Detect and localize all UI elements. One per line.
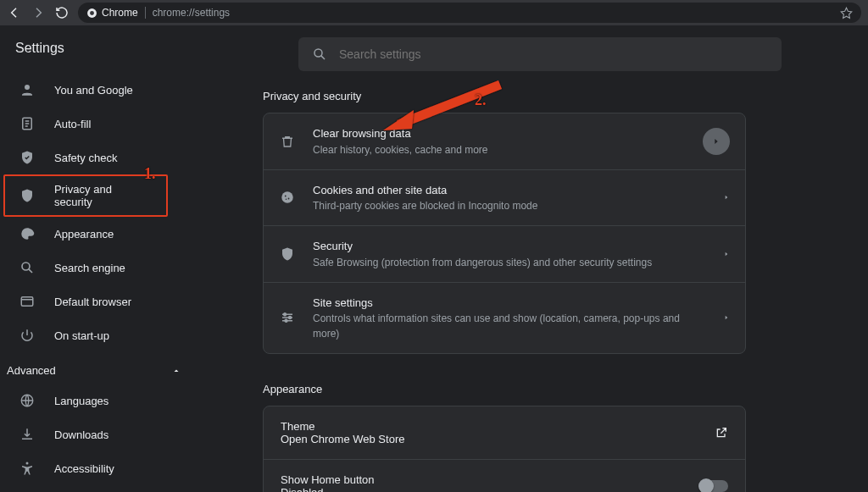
search-input[interactable] — [339, 47, 768, 61]
sidebar-item-system[interactable]: System — [0, 485, 168, 492]
globe-icon — [19, 392, 36, 409]
svg-point-4 — [22, 263, 30, 270]
section-title-appearance: Appearance — [263, 379, 817, 406]
svg-point-8 — [314, 49, 322, 57]
sidebar-item-languages[interactable]: Languages — [0, 384, 168, 417]
svg-point-2 — [25, 85, 30, 90]
browser-icon — [19, 293, 36, 310]
external-link-icon — [715, 426, 728, 439]
privacy-card: Clear browsing data Clear history, cooki… — [263, 113, 746, 354]
row-title: Theme — [281, 420, 715, 433]
sidebar-item-label: Privacy and security — [54, 183, 153, 208]
autofill-icon — [19, 115, 36, 132]
chevron-up-icon — [171, 366, 181, 376]
row-clear-browsing-data[interactable]: Clear browsing data Clear history, cooki… — [264, 113, 745, 169]
sidebar-item-search-engine[interactable]: Search engine — [0, 251, 168, 285]
section-title-privacy: Privacy and security — [263, 86, 817, 113]
row-sub: Open Chrome Web Store — [281, 433, 715, 445]
chevron-right-icon — [723, 312, 730, 323]
row-security[interactable]: Security Safe Browsing (protection from … — [264, 225, 745, 282]
bookmark-star-icon[interactable] — [840, 7, 853, 19]
row-title: Cookies and other site data — [313, 182, 706, 199]
svg-point-11 — [288, 198, 290, 200]
sidebar-item-autofill[interactable]: Auto-fill — [0, 107, 168, 141]
row-home-button[interactable]: Show Home button Disabled — [264, 459, 745, 492]
power-icon — [19, 327, 36, 344]
settings-main: Privacy and security Clear browsing data… — [202, 25, 868, 492]
row-title: Site settings — [313, 295, 706, 312]
svg-point-10 — [285, 196, 287, 197]
sidebar-item-label: Safety check — [54, 152, 117, 164]
reload-button[interactable] — [54, 5, 70, 20]
svg-point-14 — [289, 317, 292, 319]
browser-nav-bar: Chrome chrome://settings — [0, 0, 868, 25]
chevron-right-icon — [703, 128, 730, 155]
sidebar-item-label: Languages — [54, 395, 108, 407]
url-text: chrome://settings — [153, 7, 230, 19]
sidebar-item-label: Downloads — [54, 428, 108, 441]
row-sub: Safe Browsing (protection from dangerous… — [313, 255, 706, 270]
row-theme[interactable]: Theme Open Chrome Web Store — [264, 406, 745, 459]
shield-icon — [279, 246, 296, 263]
svg-point-9 — [281, 192, 293, 204]
sidebar-item-label: Search engine — [54, 262, 125, 274]
shield-icon — [19, 187, 36, 204]
sidebar-item-accessibility[interactable]: Accessibility — [0, 451, 168, 485]
svg-point-15 — [285, 320, 287, 323]
person-icon — [19, 81, 36, 98]
sidebar-item-label: Auto-fill — [54, 118, 91, 130]
row-sub: Third-party cookies are blocked in Incog… — [313, 198, 706, 213]
forward-button[interactable] — [31, 5, 46, 20]
chevron-right-icon — [723, 192, 730, 202]
trash-icon — [279, 133, 296, 150]
page-title: Settings — [0, 37, 202, 73]
row-title: Show Home button — [281, 473, 699, 486]
site-identity: Chrome — [86, 7, 146, 19]
chevron-right-icon — [723, 249, 730, 259]
sidebar-item-appearance[interactable]: Appearance — [0, 217, 168, 251]
address-bar[interactable]: Chrome chrome://settings — [78, 3, 861, 23]
advanced-label: Advanced — [7, 364, 56, 377]
sidebar-item-privacy-security[interactable]: Privacy and security — [3, 174, 168, 217]
search-icon — [312, 47, 327, 62]
sidebar-item-you-and-google[interactable]: You and Google — [0, 73, 168, 107]
sidebar-item-downloads[interactable]: Downloads — [0, 417, 168, 451]
row-cookies[interactable]: Cookies and other site data Third-party … — [264, 169, 745, 226]
search-icon — [19, 259, 36, 276]
accessibility-icon — [19, 460, 36, 477]
sliders-icon — [279, 309, 296, 326]
row-site-settings[interactable]: Site settings Controls what information … — [264, 282, 745, 354]
row-title: Clear browsing data — [313, 125, 686, 142]
sidebar-item-label: Accessibility — [54, 462, 114, 475]
sidebar-item-on-startup[interactable]: On start-up — [0, 318, 168, 352]
svg-point-1 — [90, 11, 94, 15]
safety-icon — [19, 149, 36, 166]
sidebar-item-label: You and Google — [54, 84, 133, 97]
sidebar-item-label: Appearance — [54, 228, 114, 240]
search-settings[interactable] — [298, 37, 782, 71]
appearance-card: Theme Open Chrome Web Store Show Home bu… — [263, 406, 746, 492]
toggle-home-button[interactable] — [699, 480, 728, 492]
cookie-icon — [279, 189, 296, 206]
svg-point-7 — [26, 462, 29, 465]
sidebar-advanced-toggle[interactable]: Advanced — [0, 352, 202, 384]
palette-icon — [19, 225, 36, 242]
sidebar-item-default-browser[interactable]: Default browser — [0, 285, 168, 318]
sidebar-item-label: On start-up — [54, 329, 109, 342]
row-sub: Disabled — [281, 486, 699, 492]
svg-point-13 — [284, 313, 287, 316]
row-title: Security — [313, 238, 706, 255]
settings-sidebar: Settings You and Google Auto-fill Safety… — [0, 25, 202, 492]
svg-point-12 — [286, 199, 287, 201]
row-sub: Clear history, cookies, cache and more — [313, 142, 686, 158]
svg-rect-5 — [21, 297, 33, 307]
site-label: Chrome — [102, 7, 138, 19]
row-sub: Controls what information sites can use … — [313, 311, 706, 341]
sidebar-item-safety-check[interactable]: Safety check — [0, 141, 168, 174]
back-button[interactable] — [7, 5, 22, 20]
chrome-icon — [86, 8, 97, 19]
download-icon — [19, 426, 36, 443]
sidebar-item-label: Default browser — [54, 296, 131, 308]
